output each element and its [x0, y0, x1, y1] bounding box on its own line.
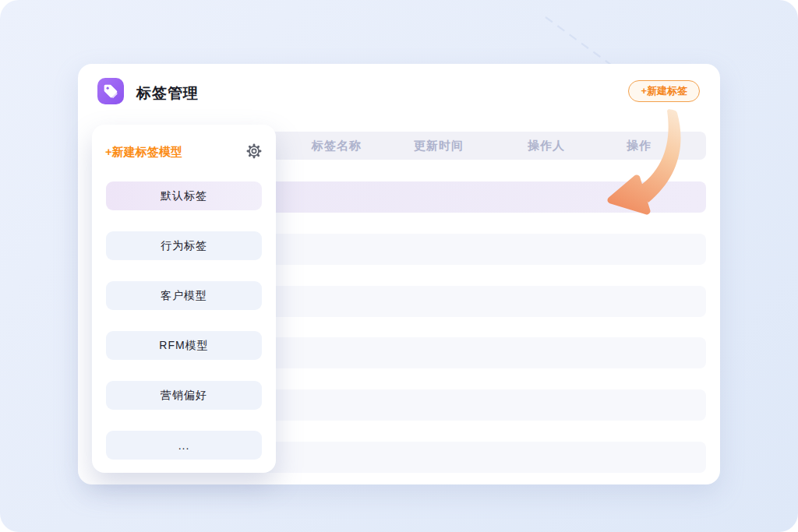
new-tag-button[interactable]: +新建标签	[628, 80, 700, 102]
sidebar-item-marketing-pref[interactable]: 营销偏好	[106, 381, 262, 410]
column-header-update-time: 更新时间	[414, 139, 464, 153]
page-background: 标签管理 +新建标签 标签名称 更新时间 操作人 操作 +新建标签模型	[0, 0, 798, 532]
column-header-operator: 操作人	[528, 139, 565, 153]
new-tag-model-link[interactable]: +新建标签模型	[105, 145, 182, 160]
sidebar-item-default-tags[interactable]: 默认标签	[106, 181, 262, 210]
column-header-actions: 操作	[627, 139, 651, 153]
tag-model-panel: +新建标签模型 默认标签 行为标签 客户模型 RFM模型 营销偏好 .	[92, 125, 276, 473]
page-title: 标签管理	[136, 83, 199, 104]
sidebar-item-rfm-model[interactable]: RFM模型	[106, 331, 262, 360]
column-header-tag-name: 标签名称	[312, 139, 362, 153]
sidebar-item-customer-model[interactable]: 客户模型	[106, 281, 262, 310]
sidebar-item-behavior-tags[interactable]: 行为标签	[106, 231, 262, 260]
gear-icon[interactable]	[245, 142, 263, 160]
sidebar-item-more[interactable]: ...	[106, 431, 262, 460]
tag-management-card: 标签管理 +新建标签 标签名称 更新时间 操作人 操作 +新建标签模型	[78, 64, 720, 484]
tag-icon	[97, 78, 124, 104]
